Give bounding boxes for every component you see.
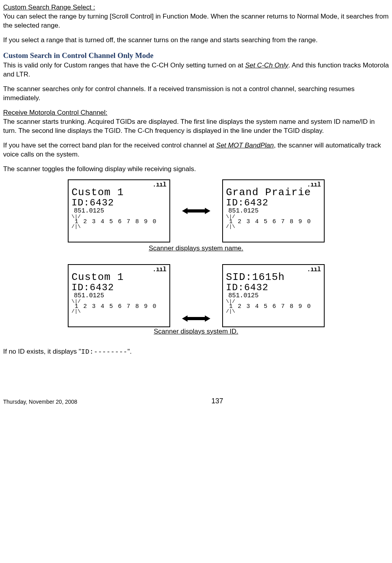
para-cc-only-1: This is valid only for Custom ranges tha… [3, 61, 389, 79]
caption-system-id: Scanner displays system ID. [3, 327, 389, 336]
page-footer: Thursday, November 20, 2008 137 [3, 396, 389, 406]
para-receive-mot-3: The scanner toggles the following displa… [3, 165, 389, 174]
para-receive-mot-1: The scanner starts trunking. Acquired TG… [3, 117, 389, 136]
caption-system-name: Scanner displays system name. [3, 244, 389, 253]
svg-marker-1 [182, 315, 210, 322]
text-fragment: If no ID exists, it displays " [3, 348, 81, 355]
lcd-screen-custom1-a: .ııl Custom 1 ID:6432 851.0125 \|/ 1 2 3… [68, 179, 170, 242]
lcd-screen-grand-prairie: .ııl Grand Prairie ID:6432 851.0125 \|/ … [222, 179, 325, 242]
display-group-1: .ııl Custom 1 ID:6432 851.0125 \|/ 1 2 3… [3, 179, 389, 253]
lcd-line1: Grand Prairie [226, 187, 321, 198]
para-receive-mot-2: If you have set the correct band plan fo… [3, 141, 389, 159]
lcd-numbers: 1 2 3 4 5 6 7 8 9 0 [72, 304, 166, 309]
lcd-numbers: 1 2 3 4 5 6 7 8 9 0 [72, 219, 166, 225]
footer-page-number: 137 [212, 396, 223, 406]
antenna-icon-bot: /|\ [226, 225, 321, 229]
lcd-line1: SID:1615h [226, 272, 321, 283]
lcd-line3: 851.0125 [72, 208, 166, 215]
lcd-screen-sid: .ııl SID:1615h ID:6432 851.0125 \|/ 1 2 … [222, 264, 325, 327]
para-cc-only-2: The scanner searches only for control ch… [3, 85, 389, 103]
antenna-icon-bot: /|\ [72, 309, 166, 313]
para-range-select-2: If you select a range that is turned off… [3, 36, 389, 45]
antenna-icon-bot: /|\ [226, 309, 321, 313]
section-title-receive-mot: Receive Motorola Control Channel: [3, 108, 389, 117]
link-set-mot-bandplan[interactable]: Set MOT BandPlan [216, 142, 274, 149]
lcd-line3: 851.0125 [226, 208, 321, 215]
text-fragment: ". [128, 348, 132, 355]
lcd-line2: ID:6432 [72, 283, 166, 293]
lcd-numbers: 1 2 3 4 5 6 7 8 9 0 [226, 219, 321, 225]
lcd-numbers: 1 2 3 4 5 6 7 8 9 0 [226, 304, 321, 309]
section-title-range-select: Custom Search Range Select : [3, 3, 389, 12]
double-arrow-icon [182, 207, 210, 215]
lcd-line1: Custom 1 [72, 272, 166, 283]
lcd-line3: 851.0125 [72, 293, 166, 300]
antenna-icon-bot: /|\ [72, 225, 166, 229]
display-group-2: .ııl Custom 1 ID:6432 851.0125 \|/ 1 2 3… [3, 264, 389, 336]
heading-cc-only-mode: Custom Search in Control Channel Only Mo… [3, 50, 389, 61]
double-arrow-icon [182, 315, 210, 323]
lcd-line3: 851.0125 [226, 293, 321, 300]
svg-marker-0 [182, 208, 210, 214]
para-no-id: If no ID exists, it displays "ID:-------… [3, 347, 389, 357]
link-set-cch-only[interactable]: Set C-Ch Only [245, 62, 288, 69]
lcd-screen-custom1-b: .ııl Custom 1 ID:6432 851.0125 \|/ 1 2 3… [68, 264, 170, 327]
lcd-line1: Custom 1 [72, 187, 166, 198]
mono-id-dashes: ID:-------- [81, 348, 128, 356]
footer-date: Thursday, November 20, 2008 [3, 398, 77, 406]
lcd-line2: ID:6432 [226, 283, 321, 293]
text-fragment: This is valid only for Custom ranges tha… [3, 62, 245, 69]
lcd-line2: ID:6432 [226, 198, 321, 208]
text-fragment: If you have set the correct band plan fo… [3, 142, 216, 149]
para-range-select-1: You can select the range by turning [Scr… [3, 12, 389, 30]
lcd-line2: ID:6432 [72, 198, 166, 208]
